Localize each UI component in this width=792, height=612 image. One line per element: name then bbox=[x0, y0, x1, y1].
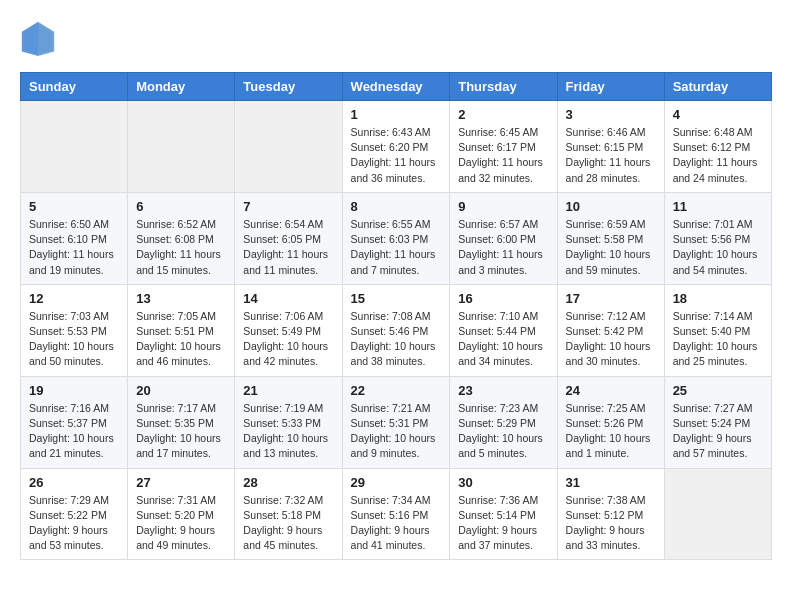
day-info: Sunrise: 7:16 AM Sunset: 5:37 PM Dayligh… bbox=[29, 401, 119, 462]
svg-marker-1 bbox=[38, 22, 54, 56]
calendar-cell-3-3: 22Sunrise: 7:21 AM Sunset: 5:31 PM Dayli… bbox=[342, 376, 450, 468]
day-number: 8 bbox=[351, 199, 442, 214]
day-number: 6 bbox=[136, 199, 226, 214]
day-info: Sunrise: 6:48 AM Sunset: 6:12 PM Dayligh… bbox=[673, 125, 763, 186]
header-thursday: Thursday bbox=[450, 73, 557, 101]
calendar-cell-0-6: 4Sunrise: 6:48 AM Sunset: 6:12 PM Daylig… bbox=[664, 101, 771, 193]
day-info: Sunrise: 7:27 AM Sunset: 5:24 PM Dayligh… bbox=[673, 401, 763, 462]
day-number: 15 bbox=[351, 291, 442, 306]
calendar-cell-0-1 bbox=[128, 101, 235, 193]
day-number: 25 bbox=[673, 383, 763, 398]
day-info: Sunrise: 6:50 AM Sunset: 6:10 PM Dayligh… bbox=[29, 217, 119, 278]
day-number: 7 bbox=[243, 199, 333, 214]
calendar-cell-1-3: 8Sunrise: 6:55 AM Sunset: 6:03 PM Daylig… bbox=[342, 192, 450, 284]
week-row-4: 19Sunrise: 7:16 AM Sunset: 5:37 PM Dayli… bbox=[21, 376, 772, 468]
calendar-header-row: Sunday Monday Tuesday Wednesday Thursday… bbox=[21, 73, 772, 101]
calendar-cell-3-5: 24Sunrise: 7:25 AM Sunset: 5:26 PM Dayli… bbox=[557, 376, 664, 468]
day-info: Sunrise: 7:32 AM Sunset: 5:18 PM Dayligh… bbox=[243, 493, 333, 554]
week-row-2: 5Sunrise: 6:50 AM Sunset: 6:10 PM Daylig… bbox=[21, 192, 772, 284]
day-info: Sunrise: 7:25 AM Sunset: 5:26 PM Dayligh… bbox=[566, 401, 656, 462]
header-friday: Friday bbox=[557, 73, 664, 101]
calendar-cell-4-4: 30Sunrise: 7:36 AM Sunset: 5:14 PM Dayli… bbox=[450, 468, 557, 560]
svg-marker-2 bbox=[22, 22, 38, 56]
header-sunday: Sunday bbox=[21, 73, 128, 101]
calendar-cell-3-0: 19Sunrise: 7:16 AM Sunset: 5:37 PM Dayli… bbox=[21, 376, 128, 468]
header-saturday: Saturday bbox=[664, 73, 771, 101]
day-number: 16 bbox=[458, 291, 548, 306]
day-info: Sunrise: 6:55 AM Sunset: 6:03 PM Dayligh… bbox=[351, 217, 442, 278]
calendar-cell-2-0: 12Sunrise: 7:03 AM Sunset: 5:53 PM Dayli… bbox=[21, 284, 128, 376]
calendar-table: Sunday Monday Tuesday Wednesday Thursday… bbox=[20, 72, 772, 560]
day-info: Sunrise: 6:57 AM Sunset: 6:00 PM Dayligh… bbox=[458, 217, 548, 278]
logo-icon bbox=[20, 20, 56, 56]
calendar-cell-1-6: 11Sunrise: 7:01 AM Sunset: 5:56 PM Dayli… bbox=[664, 192, 771, 284]
calendar-cell-4-1: 27Sunrise: 7:31 AM Sunset: 5:20 PM Dayli… bbox=[128, 468, 235, 560]
day-number: 24 bbox=[566, 383, 656, 398]
calendar-cell-3-1: 20Sunrise: 7:17 AM Sunset: 5:35 PM Dayli… bbox=[128, 376, 235, 468]
day-number: 22 bbox=[351, 383, 442, 398]
day-info: Sunrise: 7:36 AM Sunset: 5:14 PM Dayligh… bbox=[458, 493, 548, 554]
day-number: 17 bbox=[566, 291, 656, 306]
week-row-1: 1Sunrise: 6:43 AM Sunset: 6:20 PM Daylig… bbox=[21, 101, 772, 193]
calendar-cell-2-6: 18Sunrise: 7:14 AM Sunset: 5:40 PM Dayli… bbox=[664, 284, 771, 376]
calendar-cell-0-4: 2Sunrise: 6:45 AM Sunset: 6:17 PM Daylig… bbox=[450, 101, 557, 193]
calendar-cell-2-5: 17Sunrise: 7:12 AM Sunset: 5:42 PM Dayli… bbox=[557, 284, 664, 376]
calendar-cell-0-3: 1Sunrise: 6:43 AM Sunset: 6:20 PM Daylig… bbox=[342, 101, 450, 193]
day-number: 28 bbox=[243, 475, 333, 490]
day-info: Sunrise: 7:03 AM Sunset: 5:53 PM Dayligh… bbox=[29, 309, 119, 370]
header-tuesday: Tuesday bbox=[235, 73, 342, 101]
calendar-cell-2-3: 15Sunrise: 7:08 AM Sunset: 5:46 PM Dayli… bbox=[342, 284, 450, 376]
day-info: Sunrise: 7:14 AM Sunset: 5:40 PM Dayligh… bbox=[673, 309, 763, 370]
day-info: Sunrise: 6:52 AM Sunset: 6:08 PM Dayligh… bbox=[136, 217, 226, 278]
calendar-cell-4-0: 26Sunrise: 7:29 AM Sunset: 5:22 PM Dayli… bbox=[21, 468, 128, 560]
day-info: Sunrise: 6:45 AM Sunset: 6:17 PM Dayligh… bbox=[458, 125, 548, 186]
day-info: Sunrise: 7:19 AM Sunset: 5:33 PM Dayligh… bbox=[243, 401, 333, 462]
page-header bbox=[20, 20, 772, 56]
day-info: Sunrise: 7:34 AM Sunset: 5:16 PM Dayligh… bbox=[351, 493, 442, 554]
calendar-cell-0-0 bbox=[21, 101, 128, 193]
day-info: Sunrise: 7:23 AM Sunset: 5:29 PM Dayligh… bbox=[458, 401, 548, 462]
calendar-cell-2-1: 13Sunrise: 7:05 AM Sunset: 5:51 PM Dayli… bbox=[128, 284, 235, 376]
calendar-cell-2-4: 16Sunrise: 7:10 AM Sunset: 5:44 PM Dayli… bbox=[450, 284, 557, 376]
day-number: 2 bbox=[458, 107, 548, 122]
logo bbox=[20, 20, 60, 56]
day-info: Sunrise: 7:08 AM Sunset: 5:46 PM Dayligh… bbox=[351, 309, 442, 370]
header-wednesday: Wednesday bbox=[342, 73, 450, 101]
day-info: Sunrise: 7:06 AM Sunset: 5:49 PM Dayligh… bbox=[243, 309, 333, 370]
day-number: 11 bbox=[673, 199, 763, 214]
calendar-cell-4-6 bbox=[664, 468, 771, 560]
day-number: 9 bbox=[458, 199, 548, 214]
day-number: 5 bbox=[29, 199, 119, 214]
day-number: 27 bbox=[136, 475, 226, 490]
day-info: Sunrise: 7:01 AM Sunset: 5:56 PM Dayligh… bbox=[673, 217, 763, 278]
calendar-cell-1-0: 5Sunrise: 6:50 AM Sunset: 6:10 PM Daylig… bbox=[21, 192, 128, 284]
calendar-cell-1-4: 9Sunrise: 6:57 AM Sunset: 6:00 PM Daylig… bbox=[450, 192, 557, 284]
calendar-cell-3-4: 23Sunrise: 7:23 AM Sunset: 5:29 PM Dayli… bbox=[450, 376, 557, 468]
day-info: Sunrise: 7:21 AM Sunset: 5:31 PM Dayligh… bbox=[351, 401, 442, 462]
day-info: Sunrise: 6:46 AM Sunset: 6:15 PM Dayligh… bbox=[566, 125, 656, 186]
day-number: 3 bbox=[566, 107, 656, 122]
day-number: 10 bbox=[566, 199, 656, 214]
day-info: Sunrise: 6:43 AM Sunset: 6:20 PM Dayligh… bbox=[351, 125, 442, 186]
day-info: Sunrise: 7:31 AM Sunset: 5:20 PM Dayligh… bbox=[136, 493, 226, 554]
day-number: 20 bbox=[136, 383, 226, 398]
day-number: 31 bbox=[566, 475, 656, 490]
day-number: 18 bbox=[673, 291, 763, 306]
week-row-3: 12Sunrise: 7:03 AM Sunset: 5:53 PM Dayli… bbox=[21, 284, 772, 376]
day-number: 21 bbox=[243, 383, 333, 398]
week-row-5: 26Sunrise: 7:29 AM Sunset: 5:22 PM Dayli… bbox=[21, 468, 772, 560]
calendar-cell-4-5: 31Sunrise: 7:38 AM Sunset: 5:12 PM Dayli… bbox=[557, 468, 664, 560]
day-number: 1 bbox=[351, 107, 442, 122]
day-number: 19 bbox=[29, 383, 119, 398]
calendar-cell-4-2: 28Sunrise: 7:32 AM Sunset: 5:18 PM Dayli… bbox=[235, 468, 342, 560]
day-number: 4 bbox=[673, 107, 763, 122]
day-info: Sunrise: 7:12 AM Sunset: 5:42 PM Dayligh… bbox=[566, 309, 656, 370]
day-info: Sunrise: 6:59 AM Sunset: 5:58 PM Dayligh… bbox=[566, 217, 656, 278]
day-number: 13 bbox=[136, 291, 226, 306]
day-number: 14 bbox=[243, 291, 333, 306]
calendar-cell-0-5: 3Sunrise: 6:46 AM Sunset: 6:15 PM Daylig… bbox=[557, 101, 664, 193]
day-info: Sunrise: 7:10 AM Sunset: 5:44 PM Dayligh… bbox=[458, 309, 548, 370]
calendar-cell-0-2 bbox=[235, 101, 342, 193]
calendar-cell-1-1: 6Sunrise: 6:52 AM Sunset: 6:08 PM Daylig… bbox=[128, 192, 235, 284]
day-info: Sunrise: 7:38 AM Sunset: 5:12 PM Dayligh… bbox=[566, 493, 656, 554]
